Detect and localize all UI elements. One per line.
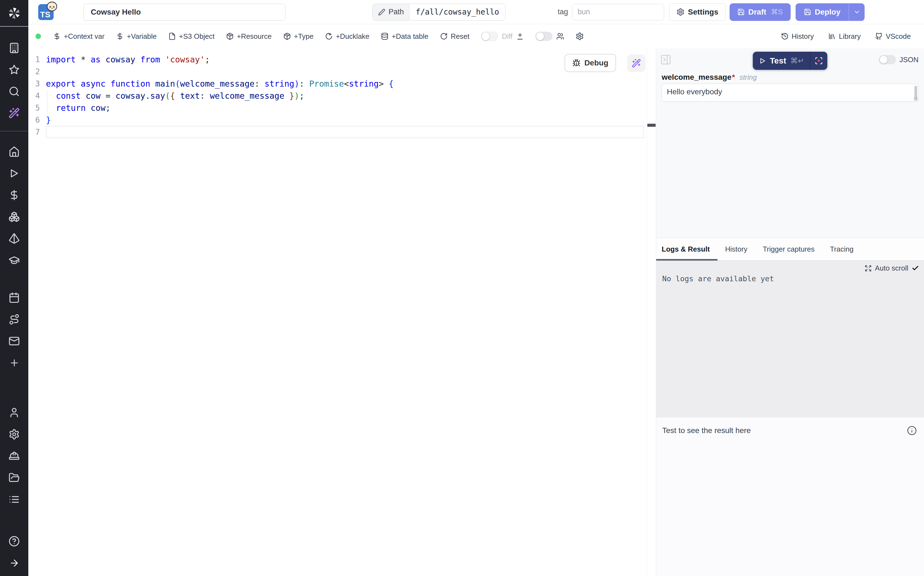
multiplayer-toggle[interactable]	[535, 32, 552, 41]
tag-input[interactable]	[572, 4, 664, 20]
add-ducklake-button[interactable]: +Ducklake	[325, 32, 369, 41]
mail-icon	[8, 335, 20, 347]
tab-logs-result[interactable]: Logs & Result	[656, 238, 717, 260]
collapse-panel-icon[interactable]	[660, 54, 671, 66]
sidebar-item-tutorials[interactable]	[0, 250, 28, 271]
editor-settings-icon[interactable]	[576, 32, 584, 40]
vscode-button[interactable]: VScode	[875, 32, 911, 41]
editor-scrollbar[interactable]	[647, 48, 656, 576]
library-button[interactable]: Library	[828, 32, 860, 41]
result-panel: Test to see the result here	[656, 417, 924, 576]
test-button-group: Test ⌘↵	[753, 52, 827, 70]
sidebar-item-resources[interactable]	[0, 206, 28, 228]
resize-handle[interactable]	[914, 97, 918, 101]
ai-assistant-button[interactable]	[627, 54, 645, 72]
sidebar-item-add[interactable]	[0, 352, 28, 374]
add-context-var-label: +Context var	[64, 32, 104, 41]
arg-name: welcome_message	[661, 73, 732, 82]
watch-mode-button[interactable]	[810, 52, 828, 70]
dollar-icon	[53, 32, 61, 40]
sidebar-item-triggers[interactable]	[0, 228, 28, 250]
status-dot	[35, 34, 41, 39]
line-number: 7	[28, 128, 46, 137]
library-label: Library	[839, 32, 860, 41]
multiplayer-toggle-group	[535, 32, 564, 41]
diff-toggle[interactable]	[481, 32, 498, 41]
result-tabs: Logs & Result History Trigger captures T…	[656, 238, 924, 261]
windmill-logo[interactable]	[0, 0, 28, 27]
code-line[interactable]: 4 const cow = cowsay.say({ text: welcome…	[28, 90, 647, 102]
tab-tracing[interactable]: Tracing	[822, 238, 861, 260]
scan-record-icon	[815, 57, 823, 65]
path-chip[interactable]: Path f/all/cowsay_hello	[372, 3, 506, 21]
line-number: 4	[28, 91, 46, 100]
script-title-input[interactable]	[83, 3, 285, 21]
sidebar-item-runs[interactable]	[0, 163, 28, 184]
toolbar-right: History Library VScode	[781, 32, 911, 41]
code-line[interactable]: 3export async function main(welcome_mess…	[28, 78, 647, 90]
add-variable-button[interactable]: +Variable	[116, 32, 157, 41]
chevron-down-icon	[854, 8, 860, 16]
add-type-button[interactable]: +Type	[283, 32, 314, 41]
json-toggle[interactable]	[879, 55, 896, 64]
code-line[interactable]: 7	[28, 126, 647, 138]
draft-button[interactable]: Draft ⌘S	[730, 3, 791, 21]
code-editor[interactable]: 1import * as cowsay from 'cowsay';23expo…	[28, 48, 647, 576]
sidebar-item-workers[interactable]	[0, 445, 28, 467]
info-icon[interactable]	[907, 426, 917, 435]
script-args: welcome_message * string Hello everybody	[656, 72, 924, 102]
arg-value-input[interactable]: Hello everybody	[662, 84, 918, 101]
add-context-var-button[interactable]: +Context var	[53, 32, 104, 41]
tag-group: tag	[558, 4, 664, 20]
sidebar-expand[interactable]	[0, 552, 28, 574]
calendar-icon	[8, 292, 20, 303]
sidebar-item-ai[interactable]	[0, 102, 28, 124]
sidebar-item-users[interactable]	[0, 402, 28, 423]
code-line[interactable]: 2	[28, 66, 647, 78]
sidebar-item-variables[interactable]	[0, 184, 28, 206]
test-button[interactable]: Test ⌘↵	[753, 52, 810, 70]
code-text: import * as cowsay from 'cowsay';	[46, 55, 210, 64]
sidebar-item-schedules[interactable]	[0, 287, 28, 309]
sidebar-item-search[interactable]	[0, 80, 28, 102]
sidebar-item-audit-logs[interactable]	[0, 488, 28, 510]
debug-button[interactable]: Debug	[565, 54, 616, 72]
tab-trigger-captures[interactable]: Trigger captures	[755, 238, 822, 260]
code-line[interactable]: 6}	[28, 114, 647, 126]
code-line[interactable]: 5 return cow;	[28, 102, 647, 114]
deploy-button[interactable]: Deploy	[796, 3, 849, 21]
code-line[interactable]: 1import * as cowsay from 'cowsay';	[28, 53, 647, 66]
sidebar-item-settings[interactable]	[0, 423, 28, 445]
reset-button[interactable]: Reset	[440, 32, 469, 41]
expand-icon[interactable]	[865, 265, 872, 272]
user-icon	[8, 407, 20, 418]
sidebar-item-mail[interactable]	[0, 330, 28, 352]
deploy-button-label: Deploy	[815, 8, 841, 16]
boxes-icon	[8, 211, 20, 222]
add-resource-button[interactable]: +Resource	[226, 32, 271, 41]
sidebar-item-flows[interactable]	[0, 309, 28, 330]
sidebar-item-folders[interactable]	[0, 467, 28, 488]
add-s3-object-button[interactable]: +S3 Object	[168, 32, 215, 41]
package-icon	[283, 32, 291, 40]
sidebar-item-help[interactable]	[0, 530, 28, 552]
auto-scroll-checkbox[interactable]	[912, 264, 919, 272]
sidebar-item-workspace[interactable]	[0, 37, 28, 59]
history-label: History	[792, 32, 814, 41]
settings-button[interactable]: Settings	[669, 3, 726, 21]
file-icon	[168, 32, 176, 40]
sidebar-item-home[interactable]	[0, 141, 28, 163]
diff-icon	[516, 32, 524, 40]
code-lines: 1import * as cowsay from 'cowsay';23expo…	[28, 53, 647, 138]
tab-history[interactable]: History	[717, 238, 755, 260]
tab-history-label: History	[725, 245, 748, 253]
add-data-table-button[interactable]: +Data table	[381, 32, 428, 41]
history-button[interactable]: History	[781, 32, 814, 41]
add-data-table-label: +Data table	[392, 32, 428, 41]
deploy-dropdown-button[interactable]	[849, 3, 865, 21]
main-area: TS Path f/all/cow	[28, 0, 924, 576]
arrow-right-icon	[9, 558, 19, 568]
sidebar-item-favorites[interactable]	[0, 59, 28, 80]
code-text: return cow;	[46, 103, 110, 113]
arg-label-row: welcome_message * string	[661, 72, 919, 83]
